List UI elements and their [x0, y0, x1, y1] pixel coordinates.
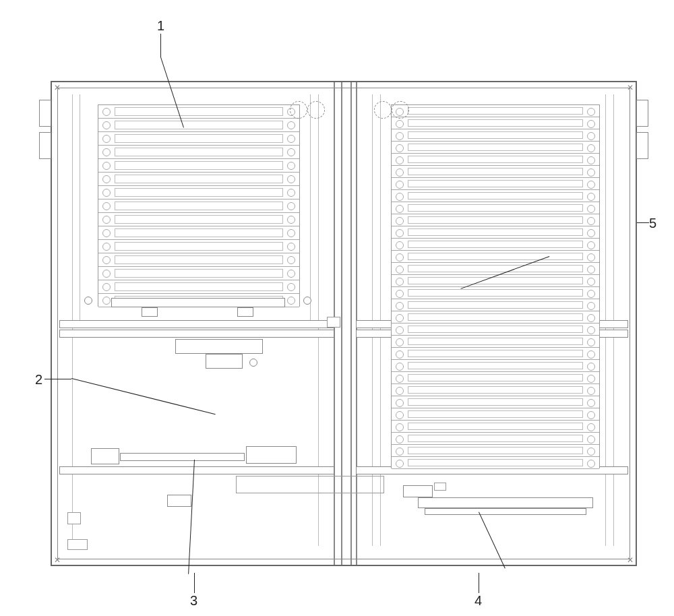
leader-line — [44, 379, 71, 379]
clamp-left — [91, 448, 119, 464]
tray-slot — [392, 251, 599, 263]
tray-plate — [120, 453, 245, 461]
tray-slot — [392, 336, 599, 348]
tray-slot — [392, 166, 599, 178]
tray-slot — [392, 408, 599, 421]
output-tray-base — [425, 508, 586, 515]
carriage-bracket — [142, 307, 158, 317]
tray-slot — [392, 384, 599, 396]
tray-slot — [392, 360, 599, 372]
gear-icon — [392, 101, 409, 119]
tray-slot — [392, 190, 599, 202]
tray-slot — [392, 324, 599, 336]
tray-slot — [392, 214, 599, 226]
foot-bracket — [67, 512, 81, 524]
tray-slot — [392, 348, 599, 360]
mount-block — [167, 495, 191, 507]
side-bracket — [636, 132, 648, 159]
rail — [310, 94, 311, 324]
tray-slot — [392, 178, 599, 190]
side-bracket — [636, 100, 648, 127]
tray-slot — [98, 226, 299, 240]
tray-slot — [98, 159, 299, 173]
tray-slot — [392, 445, 599, 457]
tray-slot — [98, 132, 299, 146]
tray-slot — [392, 396, 599, 408]
callout-label-3: 3 — [190, 593, 197, 609]
side-bracket — [39, 132, 51, 159]
corner-mark-icon: ✕ — [53, 555, 62, 565]
tray-slot — [392, 275, 599, 287]
tray-slot — [392, 372, 599, 384]
tray-slot — [98, 146, 299, 159]
tray-slot — [98, 173, 299, 186]
lower-crossbar-left — [59, 466, 334, 474]
side-bracket — [39, 100, 51, 127]
tray-slot — [98, 105, 299, 119]
callout-label-5: 5 — [649, 216, 656, 231]
callout-label-2: 2 — [35, 372, 42, 388]
rail — [80, 94, 80, 324]
tray-slot — [392, 421, 599, 433]
tray-slot — [392, 226, 599, 239]
tray-slot — [392, 105, 599, 117]
leader-line — [194, 573, 195, 593]
tray-slot — [98, 213, 299, 226]
tray-slot — [392, 202, 599, 214]
tray-slot — [392, 299, 599, 311]
tray-slot — [392, 311, 599, 324]
callout-label-1: 1 — [157, 18, 164, 34]
carriage-bracket — [237, 307, 253, 317]
corner-mark-icon: ✕ — [53, 83, 62, 92]
foot-bracket — [67, 539, 88, 550]
roller-icon — [84, 297, 92, 305]
joint-block — [327, 317, 340, 328]
tray-slot — [392, 433, 599, 445]
technical-drawing: ✕ ✕ ✕ ✕ — [0, 0, 674, 616]
mid-crossbar-left — [59, 320, 334, 328]
corner-mark-icon: ✕ — [625, 555, 635, 565]
tray-sensor — [434, 483, 446, 491]
tray-slot — [392, 263, 599, 275]
tray-slot — [392, 457, 599, 469]
tray-slot — [98, 267, 299, 280]
gear-icon — [290, 101, 307, 119]
roller-icon — [303, 297, 311, 305]
tray-slot — [392, 287, 599, 299]
tray-slot — [98, 280, 299, 294]
tray-slot — [98, 240, 299, 253]
tray-slot — [392, 129, 599, 142]
gear-icon — [307, 101, 325, 119]
tray-slot — [392, 142, 599, 154]
carriage-left — [111, 298, 285, 307]
leader-line — [479, 573, 479, 593]
gear-icon — [374, 101, 392, 119]
pivot-icon — [249, 359, 257, 367]
mid-crossbar-left-2 — [59, 330, 334, 338]
tray-actuator-left — [403, 485, 433, 497]
leader-line — [637, 222, 649, 223]
tray-slot — [98, 253, 299, 267]
output-tray — [418, 497, 593, 508]
tray-slot — [392, 154, 599, 166]
tray-stack-right — [391, 104, 600, 468]
callout-label-4: 4 — [474, 593, 482, 609]
tray-slot — [98, 186, 299, 199]
leader-line — [160, 34, 161, 57]
clamp-right — [246, 446, 297, 464]
tray-slot — [392, 117, 599, 129]
tray-stack-upper-left — [98, 104, 300, 307]
tray-slot — [98, 119, 299, 132]
tray-slot — [392, 239, 599, 251]
tray-slot — [98, 199, 299, 213]
corner-mark-icon: ✕ — [625, 83, 635, 92]
actuator-assembly — [175, 339, 263, 354]
linkage-bar — [236, 476, 384, 493]
actuator-mount — [206, 354, 243, 369]
